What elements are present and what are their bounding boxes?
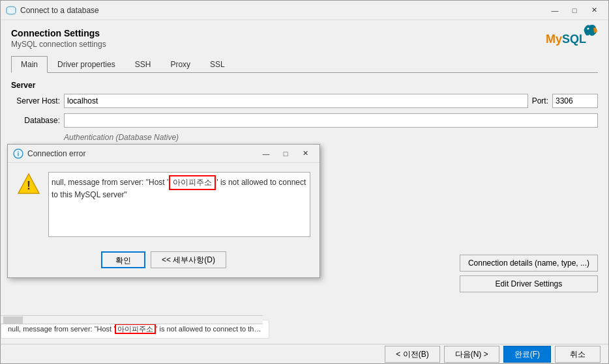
database-input[interactable] xyxy=(64,113,598,128)
tabs-container: Main Driver properties SSH Proxy SSL xyxy=(11,55,598,73)
connection-settings-sub: MySQL connection settings xyxy=(11,40,598,49)
warning-icon: ! xyxy=(17,172,40,195)
error-dialog-close[interactable]: ✕ xyxy=(296,147,314,161)
mysql-logo: My SQL xyxy=(542,20,598,55)
finish-button[interactable]: 완료(F) xyxy=(503,346,551,363)
bottom-bar: < 이전(B) 다음(N) > 완료(F) 취소 xyxy=(1,344,608,363)
svg-text:My: My xyxy=(546,33,562,46)
error-dialog: i Connection error — □ ✕ ! null, message… xyxy=(7,144,320,278)
tab-main[interactable]: Main xyxy=(11,56,48,73)
error-dialog-maximize[interactable]: □ xyxy=(276,147,295,161)
edit-driver-button[interactable]: Edit Driver Settings xyxy=(460,275,598,292)
auth-text: Authentication (Database Native) xyxy=(64,133,179,142)
next-button[interactable]: 다음(N) > xyxy=(444,346,499,363)
title-bar-controls: — □ ✕ xyxy=(546,3,603,18)
main-content: Connection Settings MySQL connection set… xyxy=(1,20,608,150)
server-host-input[interactable] xyxy=(64,94,528,108)
main-window: Connect to a database — □ ✕ My SQL Conne… xyxy=(0,0,609,364)
server-section-label: Server xyxy=(11,81,598,90)
connection-settings-title: Connection Settings xyxy=(11,28,598,38)
details-button[interactable]: << 세부사항(D) xyxy=(151,251,226,268)
server-host-label: Server Host: xyxy=(11,96,60,105)
title-bar-left: Connect to a database xyxy=(6,5,99,16)
tab-driver-properties[interactable]: Driver properties xyxy=(48,56,125,73)
svg-text:i: i xyxy=(18,150,20,158)
connection-details-button[interactable]: Connection details (name, type, ...) xyxy=(460,255,598,272)
minimize-button[interactable]: — xyxy=(546,3,564,18)
error-dialog-title-bar: i Connection error — □ ✕ xyxy=(8,145,319,163)
confirm-button[interactable]: 확인 xyxy=(101,251,145,268)
cancel-button[interactable]: 취소 xyxy=(555,346,601,363)
error-dialog-title-text: Connection error xyxy=(27,149,85,158)
database-label: Database: xyxy=(11,116,60,125)
error-dialog-title-left: i Connection error xyxy=(13,148,85,159)
error-dialog-controls: — □ ✕ xyxy=(257,147,314,161)
error-dialog-footer: 확인 << 세부사항(D) xyxy=(8,246,319,277)
close-button[interactable]: ✕ xyxy=(585,3,603,18)
auth-row: Authentication (Database Native) xyxy=(11,133,598,142)
db-icon xyxy=(6,5,16,16)
right-buttons: Connection details (name, type, ...) Edi… xyxy=(460,255,598,292)
maximize-button[interactable]: □ xyxy=(565,3,584,18)
horizontal-scrollbar[interactable] xyxy=(1,315,263,324)
error-message-prefix: null, message from server: "Host ' xyxy=(8,325,115,333)
server-host-row: Server Host: Port: xyxy=(11,94,598,108)
port-input[interactable] xyxy=(552,94,598,108)
error-ip-box: 아이피주소 xyxy=(169,175,216,190)
svg-text:SQL: SQL xyxy=(562,33,586,46)
error-dialog-icon: i xyxy=(13,148,23,159)
error-ip-highlight: 아이피주소 xyxy=(115,324,156,334)
error-text-area[interactable]: null, message from server: "Host '아이피주소'… xyxy=(48,172,310,237)
error-text-prefix: null, message from server: "Host ' xyxy=(52,178,168,187)
error-message-suffix: ' is not allowed to connect to this MyS xyxy=(156,325,269,333)
window-title: Connect to a database xyxy=(20,6,99,15)
svg-text:!: ! xyxy=(27,179,31,192)
tab-ssl[interactable]: SSL xyxy=(200,56,235,73)
tab-ssh[interactable]: SSH xyxy=(125,56,161,73)
tab-proxy[interactable]: Proxy xyxy=(160,56,200,73)
prev-button[interactable]: < 이전(B) xyxy=(385,346,439,363)
port-label: Port: xyxy=(532,96,548,105)
error-dialog-body: ! null, message from server: "Host '아이피주… xyxy=(8,163,319,246)
title-bar: Connect to a database — □ ✕ xyxy=(1,1,608,20)
error-dialog-minimize[interactable]: — xyxy=(257,147,275,161)
svg-point-4 xyxy=(587,28,589,30)
database-row: Database: xyxy=(11,113,598,128)
